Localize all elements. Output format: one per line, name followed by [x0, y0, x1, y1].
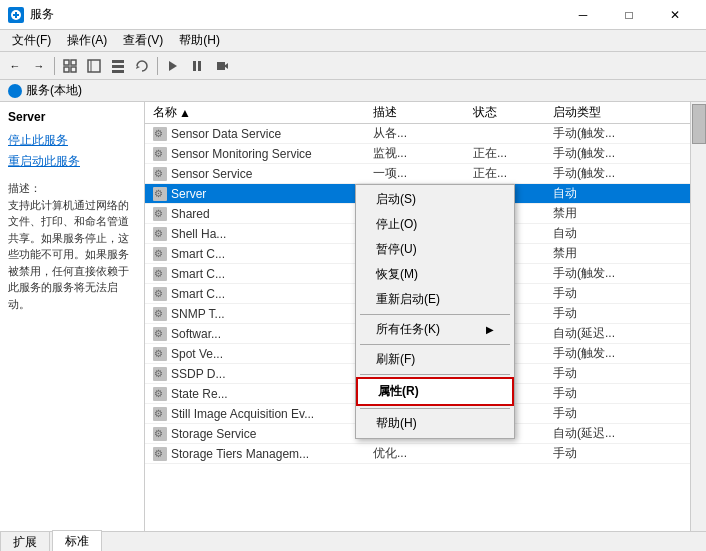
menu-file[interactable]: 文件(F): [4, 30, 59, 51]
svg-rect-11: [193, 61, 196, 71]
svg-rect-5: [88, 60, 100, 72]
toolbar-btn-3[interactable]: [59, 55, 81, 77]
table-header: 名称 ▲ 描述 状态 启动类型: [145, 102, 706, 124]
service-icon: [153, 307, 167, 321]
context-menu-item[interactable]: 属性(R): [356, 377, 514, 406]
cell-service-name: Shell Ha...: [149, 227, 369, 241]
window-title: 服务: [30, 6, 560, 23]
cell-service-name: Storage Tiers Managem...: [149, 447, 369, 461]
context-menu-item[interactable]: 所有任务(K)▶: [356, 317, 514, 342]
cell-service-name: Softwar...: [149, 327, 369, 341]
cell-desc: 监视...: [369, 145, 469, 162]
cell-startup: 手动(触发...: [549, 145, 649, 162]
tab-standard[interactable]: 标准: [52, 530, 102, 551]
cell-startup: 禁用: [549, 245, 649, 262]
menu-help[interactable]: 帮助(H): [171, 30, 228, 51]
service-icon: [153, 267, 167, 281]
cell-service-name: SNMP T...: [149, 307, 369, 321]
cell-service-name: Smart C...: [149, 267, 369, 281]
maximize-button[interactable]: □: [606, 0, 652, 30]
table-row[interactable]: Sensor Data Service从各...手动(触发...: [145, 124, 706, 144]
service-icon: [153, 427, 167, 441]
left-panel-title: Server: [8, 110, 136, 124]
address-text: 服务(本地): [26, 82, 82, 99]
cell-startup: 手动: [549, 285, 649, 302]
cell-startup: 手动: [549, 405, 649, 422]
context-menu-item[interactable]: 启动(S): [356, 187, 514, 212]
svg-rect-2: [71, 60, 76, 65]
cell-service-name: Shared: [149, 207, 369, 221]
svg-rect-7: [112, 60, 124, 63]
cell-service-name: Storage Service: [149, 427, 369, 441]
toolbar-btn-6[interactable]: [131, 55, 153, 77]
context-menu-item[interactable]: 停止(O): [356, 212, 514, 237]
toolbar-btn-5[interactable]: [107, 55, 129, 77]
pause-service-button[interactable]: [186, 55, 208, 77]
col-header-status[interactable]: 状态: [469, 104, 549, 121]
scrollbar[interactable]: [690, 102, 706, 531]
cell-startup: 自动(延迟...: [549, 325, 649, 342]
right-panel: 名称 ▲ 描述 状态 启动类型 Sensor Data Service从各...…: [145, 102, 706, 531]
context-menu-separator: [360, 408, 510, 409]
tab-expand[interactable]: 扩展: [0, 531, 50, 551]
cell-service-name: SSDP D...: [149, 367, 369, 381]
context-menu-item[interactable]: 帮助(H): [356, 411, 514, 436]
context-menu-separator: [360, 344, 510, 345]
cell-startup: 自动(延迟...: [549, 425, 649, 442]
context-menu-separator: [360, 374, 510, 375]
service-icon: [153, 167, 167, 181]
svg-rect-1: [64, 60, 69, 65]
table-row[interactable]: Sensor Monitoring Service监视...正在...手动(触发…: [145, 144, 706, 164]
service-icon: [153, 407, 167, 421]
cell-service-name: Spot Ve...: [149, 347, 369, 361]
cell-service-name: Sensor Data Service: [149, 127, 369, 141]
context-menu-item[interactable]: 刷新(F): [356, 347, 514, 372]
col-header-name[interactable]: 名称 ▲: [149, 104, 369, 121]
minimize-button[interactable]: ─: [560, 0, 606, 30]
stop-service-link[interactable]: 停止此服务: [8, 132, 136, 149]
main-container: Server 停止此服务 重启动此服务 描述：支持此计算机通过网络的文件、打印、…: [0, 102, 706, 531]
menu-view[interactable]: 查看(V): [115, 30, 171, 51]
svg-rect-12: [198, 61, 201, 71]
cell-startup: 手动(触发...: [549, 125, 649, 142]
cell-service-name: Sensor Monitoring Service: [149, 147, 369, 161]
col-header-startup[interactable]: 启动类型: [549, 104, 649, 121]
bottom-tabs: 扩展 标准: [0, 531, 706, 551]
window-controls: ─ □ ✕: [560, 0, 698, 30]
service-icon: [153, 127, 167, 141]
context-menu-item[interactable]: 暂停(U): [356, 237, 514, 262]
toolbar-btn-4[interactable]: [83, 55, 105, 77]
context-menu-item[interactable]: 恢复(M): [356, 262, 514, 287]
forward-button[interactable]: →: [28, 55, 50, 77]
stop-service-button[interactable]: [210, 55, 232, 77]
left-panel: Server 停止此服务 重启动此服务 描述：支持此计算机通过网络的文件、打印、…: [0, 102, 145, 531]
cell-service-name: Smart C...: [149, 247, 369, 261]
service-icon: [153, 327, 167, 341]
service-icon: [153, 207, 167, 221]
cell-desc: 从各...: [369, 125, 469, 142]
context-menu-item[interactable]: 重新启动(E): [356, 287, 514, 312]
title-bar: 服务 ─ □ ✕: [0, 0, 706, 30]
cell-status: 正在...: [469, 165, 549, 182]
start-service-button[interactable]: [162, 55, 184, 77]
cell-status: 正在...: [469, 145, 549, 162]
restart-service-link[interactable]: 重启动此服务: [8, 153, 136, 170]
address-icon: [8, 84, 22, 98]
svg-rect-9: [112, 70, 124, 73]
toolbar-separator-2: [157, 57, 158, 75]
cell-service-name: Sensor Service: [149, 167, 369, 181]
service-icon: [153, 227, 167, 241]
menu-bar: 文件(F) 操作(A) 查看(V) 帮助(H): [0, 30, 706, 52]
service-icon: [153, 287, 167, 301]
service-icon: [153, 247, 167, 261]
back-button[interactable]: ←: [4, 55, 26, 77]
cell-startup: 手动(触发...: [549, 165, 649, 182]
menu-action[interactable]: 操作(A): [59, 30, 115, 51]
close-button[interactable]: ✕: [652, 0, 698, 30]
cell-startup: 禁用: [549, 205, 649, 222]
table-row[interactable]: Storage Tiers Managem...优化...手动: [145, 444, 706, 464]
table-row[interactable]: Sensor Service一项...正在...手动(触发...: [145, 164, 706, 184]
svg-rect-8: [112, 65, 124, 68]
col-header-desc[interactable]: 描述: [369, 104, 469, 121]
svg-rect-13: [217, 62, 225, 70]
